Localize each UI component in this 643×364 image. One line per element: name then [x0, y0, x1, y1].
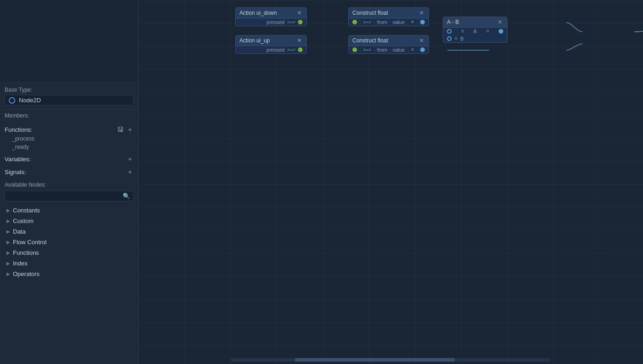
constants-arrow-icon: ▶	[6, 208, 10, 213]
category-functions[interactable]: ▶ Functions	[5, 247, 133, 258]
custom-label: Custom	[13, 217, 34, 224]
category-constants[interactable]: ▶ Constants	[5, 205, 133, 216]
construct-float-2-from-type: bool	[362, 47, 372, 52]
construct-float-1-node: Construct float ✕ bool from value flt	[348, 7, 429, 26]
variables-actions: +	[127, 155, 133, 163]
signals-add-button[interactable]: +	[127, 168, 133, 176]
construct-float-1-value-dot-out	[420, 20, 425, 24]
a-minus-b-a-row: flt A flt	[443, 28, 507, 35]
action-ui-down-close[interactable]: ✕	[296, 10, 303, 16]
functions-arrow-icon: ▶	[6, 250, 10, 255]
node-icon	[9, 97, 15, 104]
construct-float-2-value-dot-out	[420, 47, 425, 52]
signals-title: Signals:	[5, 169, 26, 176]
constants-label: Constants	[13, 207, 40, 214]
function-item-ready[interactable]: _ready	[5, 143, 133, 151]
canvas-scrollbar[interactable]	[231, 358, 551, 362]
functions-save-button[interactable]: 🖫	[116, 125, 125, 134]
base-type-label: Base Type:	[5, 87, 133, 93]
construct-float-2-from-dot-in	[352, 47, 357, 52]
action-ui-down-port-label: pressed	[267, 19, 285, 25]
functions-header: Functions: 🖫 +	[5, 125, 133, 134]
construct-float-2-value-label: value	[393, 47, 405, 53]
construct-float-1-close[interactable]: ✕	[418, 10, 425, 16]
search-bar: 🔍	[5, 191, 133, 201]
signals-actions: +	[127, 168, 133, 176]
index-arrow-icon: ▶	[6, 261, 10, 266]
action-ui-down-header: Action ui_down ✕	[236, 8, 306, 18]
flow-control-arrow-icon: ▶	[6, 240, 10, 245]
construct-float-2-from-label: from	[377, 47, 387, 53]
construct-float-1-title: Construct float	[352, 10, 388, 16]
members-section: Members:	[0, 110, 138, 123]
signals-section: Signals: +	[0, 166, 138, 179]
flow-control-label: Flow Control	[13, 239, 47, 246]
a-minus-b-b-row: flt B	[443, 35, 507, 42]
base-type-section: Base Type: Node2D	[0, 83, 138, 110]
variables-header: Variables: +	[5, 155, 133, 163]
operators-arrow-icon: ▶	[6, 271, 10, 276]
construct-float-1-from-row: bool from value flt	[349, 18, 429, 26]
members-label: Members:	[5, 112, 133, 119]
construct-float-1-header: Construct float ✕	[349, 8, 429, 18]
action-ui-up-header: Action ui_up ✕	[236, 35, 306, 46]
variables-add-button[interactable]: +	[127, 155, 133, 163]
a-minus-b-a-in-dot	[447, 29, 452, 34]
sidebar: Base Type: Node2D Members: Functions: 🖫 …	[0, 0, 138, 364]
functions-category-label: Functions	[13, 249, 39, 256]
category-index[interactable]: ▶ Index	[5, 258, 133, 269]
construct-float-2-value-type: flt	[410, 47, 415, 52]
a-minus-b-b-label: B	[460, 36, 464, 41]
a-minus-b-node: A - B ✕ flt A flt flt B	[443, 17, 507, 43]
sidebar-top-panel	[0, 0, 138, 83]
data-arrow-icon: ▶	[6, 229, 10, 234]
construct-float-1-value-type: flt	[410, 20, 415, 24]
available-nodes-panel: Available Nodes: 🔍 ▶ Constants ▶ Custom …	[0, 179, 138, 364]
action-ui-up-port-row: pressed bool	[236, 46, 306, 53]
action-ui-up-port-label: pressed	[267, 47, 285, 53]
construct-float-2-node: Construct float ✕ bool from value flt	[348, 35, 429, 54]
construct-float-2-close[interactable]: ✕	[418, 37, 425, 44]
a-minus-b-out-type: flt	[485, 29, 490, 34]
a-minus-b-header: A - B ✕	[443, 17, 507, 28]
data-label: Data	[13, 228, 25, 235]
variables-section: Variables: +	[0, 153, 138, 166]
operators-label: Operators	[13, 270, 40, 277]
a-minus-b-b-in-dot	[447, 36, 452, 41]
action-ui-up-close[interactable]: ✕	[296, 37, 303, 44]
functions-actions: 🖫 +	[116, 125, 133, 134]
functions-section: Functions: 🖫 + _process _ready	[0, 123, 138, 153]
action-ui-down-title: Action ui_down	[239, 10, 277, 16]
signals-header: Signals: +	[5, 168, 133, 176]
canvas-area[interactable]: Action ui_down ✕ pressed bool Action ui_…	[138, 0, 643, 364]
node-categories: ▶ Constants ▶ Custom ▶ Data ▶ Flow Contr…	[5, 205, 133, 361]
action-ui-up-title: Action ui_up	[239, 37, 270, 44]
search-icon: 🔍	[123, 193, 130, 200]
action-ui-up-port-type: bool	[286, 47, 296, 52]
canvas-scrollbar-thumb[interactable]	[295, 358, 455, 362]
category-custom[interactable]: ▶ Custom	[5, 216, 133, 226]
custom-arrow-icon: ▶	[6, 218, 10, 223]
category-flow-control[interactable]: ▶ Flow Control	[5, 237, 133, 247]
a-minus-b-a-label: A	[473, 29, 476, 34]
base-type-value-row: Node2D	[5, 95, 133, 106]
construct-float-1-from-dot-in	[352, 20, 357, 24]
node-container: Action ui_down ✕ pressed bool Action ui_…	[138, 0, 643, 364]
available-nodes-label: Available Nodes:	[5, 182, 133, 188]
category-operators[interactable]: ▶ Operators	[5, 269, 133, 279]
action-ui-down-port-type: bool	[286, 20, 296, 24]
action-ui-up-port-dot	[298, 47, 303, 52]
a-minus-b-close[interactable]: ✕	[497, 19, 503, 25]
construct-float-2-from-row: bool from value flt	[349, 46, 429, 53]
action-ui-down-port-row: pressed bool	[236, 18, 306, 26]
function-item-process[interactable]: _process	[5, 135, 133, 143]
search-input[interactable]	[8, 193, 123, 200]
functions-add-button[interactable]: +	[127, 125, 133, 134]
construct-float-2-header: Construct float ✕	[349, 35, 429, 46]
a-minus-b-a-type: flt	[460, 29, 465, 34]
action-ui-down-port-dot	[298, 20, 303, 24]
base-type-text: Node2D	[19, 97, 41, 104]
construct-float-1-from-type: bool	[362, 20, 372, 24]
action-ui-down-node: Action ui_down ✕ pressed bool	[235, 7, 307, 26]
category-data[interactable]: ▶ Data	[5, 226, 133, 237]
